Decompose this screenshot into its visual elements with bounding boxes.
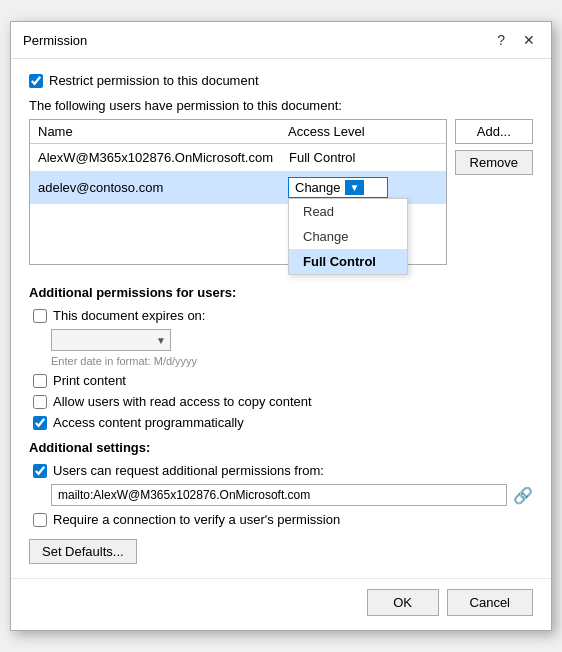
additional-permissions-title: Additional permissions for users: — [29, 285, 533, 300]
link-icon[interactable]: 🔗 — [513, 486, 533, 505]
permission-dialog: Permission ? ✕ Restrict permission to th… — [10, 21, 552, 631]
user-name-1: AlexW@M365x102876.OnMicrosoft.com — [30, 147, 281, 168]
access-dropdown-menu: Read Change Full Control — [288, 198, 408, 275]
title-bar-right: ? ✕ — [493, 30, 539, 50]
restrict-checkbox-row: Restrict permission to this document — [29, 73, 533, 88]
restrict-label: Restrict permission to this document — [49, 73, 259, 88]
dialog-body: Restrict permission to this document The… — [11, 59, 551, 578]
set-defaults-button[interactable]: Set Defaults... — [29, 539, 137, 564]
date-input[interactable] — [52, 330, 152, 350]
additional-settings-title: Additional settings: — [29, 440, 533, 455]
request-checkbox[interactable] — [33, 464, 47, 478]
email-row: 🔗 — [51, 484, 533, 506]
print-checkbox[interactable] — [33, 374, 47, 388]
help-button[interactable]: ? — [493, 30, 509, 50]
table-row[interactable]: adelev@contoso.com Change ▼ Read Change — [30, 171, 446, 204]
dropdown-option-change[interactable]: Change — [289, 224, 407, 249]
expires-label: This document expires on: — [53, 308, 205, 323]
print-label: Print content — [53, 373, 126, 388]
user-access-1: Full Control — [281, 147, 446, 168]
dialog-footer: OK Cancel — [11, 578, 551, 630]
table-row[interactable]: AlexW@M365x102876.OnMicrosoft.com Full C… — [30, 144, 446, 171]
require-connection-row: Require a connection to verify a user's … — [29, 512, 533, 527]
date-hint: Enter date in format: M/d/yyyy — [51, 355, 533, 367]
title-bar: Permission ? ✕ — [11, 22, 551, 59]
programmatic-checkbox[interactable] — [33, 416, 47, 430]
copy-row: Allow users with read access to copy con… — [29, 394, 533, 409]
title-bar-left: Permission — [23, 33, 87, 48]
additional-permissions-section: Additional permissions for users: This d… — [29, 285, 533, 430]
date-row: ▼ — [51, 329, 533, 351]
add-button[interactable]: Add... — [455, 119, 533, 144]
print-row: Print content — [29, 373, 533, 388]
users-table: Name Access Level AlexW@M365x102876.OnMi… — [29, 119, 447, 265]
programmatic-label: Access content programmatically — [53, 415, 244, 430]
require-connection-checkbox[interactable] — [33, 513, 47, 527]
access-dropdown-display[interactable]: Change ▼ — [288, 177, 388, 198]
restrict-checkbox[interactable] — [29, 74, 43, 88]
programmatic-row: Access content programmatically — [29, 415, 533, 430]
request-row: Users can request additional permissions… — [29, 463, 533, 478]
email-input[interactable] — [51, 484, 507, 506]
ok-button[interactable]: OK — [367, 589, 439, 616]
cancel-button[interactable]: Cancel — [447, 589, 533, 616]
dropdown-option-fullcontrol[interactable]: Full Control — [289, 249, 407, 274]
col-access: Access Level — [280, 120, 373, 143]
additional-settings-section: Additional settings: Users can request a… — [29, 440, 533, 564]
access-select-wrapper[interactable]: Change ▼ Read Change Full Control — [288, 177, 388, 198]
expires-checkbox[interactable] — [33, 309, 47, 323]
request-label: Users can request additional permissions… — [53, 463, 324, 478]
date-input-wrapper: ▼ — [51, 329, 171, 351]
expires-row: This document expires on: — [29, 308, 533, 323]
require-connection-label: Require a connection to verify a user's … — [53, 512, 340, 527]
side-buttons: Add... Remove — [455, 119, 533, 175]
user-access-2: Change ▼ Read Change Full Control — [280, 174, 446, 201]
dropdown-chevron-icon[interactable]: ▼ — [345, 180, 365, 195]
col-name: Name — [30, 120, 280, 143]
copy-label: Allow users with read access to copy con… — [53, 394, 312, 409]
user-name-2: adelev@contoso.com — [30, 177, 280, 198]
remove-button[interactable]: Remove — [455, 150, 533, 175]
selected-access-label: Change — [295, 180, 341, 195]
copy-checkbox[interactable] — [33, 395, 47, 409]
users-section-label: The following users have permission to t… — [29, 98, 533, 113]
close-button[interactable]: ✕ — [519, 30, 539, 50]
date-chevron-icon[interactable]: ▼ — [152, 335, 170, 346]
dialog-title: Permission — [23, 33, 87, 48]
table-header: Name Access Level — [30, 120, 446, 144]
dropdown-option-read[interactable]: Read — [289, 199, 407, 224]
